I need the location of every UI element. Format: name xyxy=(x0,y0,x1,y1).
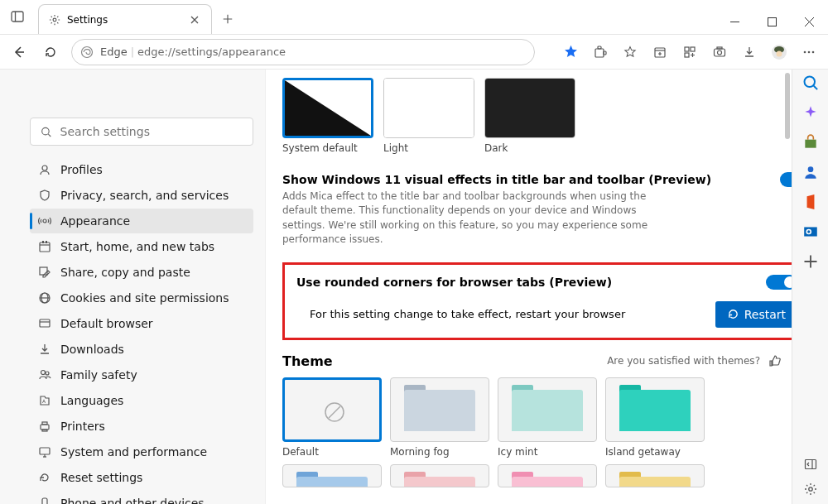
favorites-button[interactable] xyxy=(616,38,644,66)
scrollbar-thumb[interactable] xyxy=(785,73,790,139)
svg-rect-41 xyxy=(41,425,49,430)
svg-rect-15 xyxy=(715,49,725,56)
apps-button[interactable] xyxy=(676,38,704,66)
sidebar-item-share-copy-and-paste[interactable]: Share, copy and paste xyxy=(30,260,253,285)
svg-rect-17 xyxy=(717,47,722,49)
nav-icon xyxy=(38,497,51,504)
sidebar-item-downloads[interactable]: Downloads xyxy=(30,337,253,362)
theme-card[interactable] xyxy=(390,464,489,487)
svg-point-6 xyxy=(82,46,93,57)
search-settings[interactable] xyxy=(30,118,253,146)
svg-rect-43 xyxy=(42,430,47,431)
svg-rect-32 xyxy=(40,267,47,275)
svg-rect-47 xyxy=(42,498,47,504)
sidebar-item-start-home-and-new-tabs[interactable]: Start, home, and new tabs xyxy=(30,234,253,259)
sidebar-item-system-and-performance[interactable]: System and performance xyxy=(30,439,253,464)
color-theme-dark[interactable]: Dark xyxy=(484,78,575,154)
nav-icon xyxy=(38,240,51,253)
shopping-icon[interactable] xyxy=(802,134,819,151)
theme-section-title: Theme xyxy=(282,353,333,369)
new-tab-button[interactable] xyxy=(215,4,240,34)
nav-icon xyxy=(38,420,51,433)
extensions-button[interactable] xyxy=(586,38,614,66)
sidebar-item-family-safety[interactable]: Family safety xyxy=(30,362,253,387)
nav-list: ProfilesPrivacy, search, and servicesApp… xyxy=(30,157,253,504)
theme-morning-fog[interactable]: Morning fog xyxy=(390,377,489,458)
nav-icon xyxy=(38,266,51,279)
nav-label: Languages xyxy=(60,394,123,407)
search-input[interactable] xyxy=(60,125,243,138)
theme-card[interactable] xyxy=(605,464,705,487)
sidebar-item-printers[interactable]: Printers xyxy=(30,414,253,439)
svg-rect-13 xyxy=(691,47,695,51)
svg-point-22 xyxy=(808,50,811,53)
theme-card[interactable] xyxy=(498,464,597,487)
sidebar-item-appearance[interactable]: Appearance xyxy=(30,209,253,233)
maximize-button[interactable] xyxy=(753,9,791,34)
browser-tab[interactable]: Settings xyxy=(38,4,212,34)
sidebar-item-languages[interactable]: ALanguages xyxy=(30,388,253,413)
bing-search-icon[interactable] xyxy=(802,74,819,91)
minimize-button[interactable] xyxy=(716,9,753,34)
svg-rect-36 xyxy=(40,319,50,327)
window-controls xyxy=(716,9,828,34)
close-icon[interactable] xyxy=(188,13,201,26)
sidebar-item-profiles[interactable]: Profiles xyxy=(30,157,253,182)
rail-settings-icon[interactable] xyxy=(804,482,817,496)
nav-label: Start, home, and new tabs xyxy=(60,240,214,253)
nav-label: Profiles xyxy=(60,163,103,176)
svg-point-55 xyxy=(804,77,815,88)
svg-point-21 xyxy=(804,50,806,53)
nav-icon xyxy=(38,189,51,202)
svg-line-25 xyxy=(48,134,51,137)
theme-card[interactable] xyxy=(282,464,382,487)
nav-label: Cookies and site permissions xyxy=(60,291,229,305)
profile-button[interactable] xyxy=(765,38,793,66)
refresh-button[interactable] xyxy=(36,38,65,66)
restart-icon xyxy=(727,308,739,320)
theme-icy-mint[interactable]: Icy mint xyxy=(498,377,597,458)
sidebar-item-cookies-and-site-permissions[interactable]: Cookies and site permissions xyxy=(30,286,253,310)
theme-default[interactable]: Default xyxy=(282,377,382,458)
nav-label: Appearance xyxy=(60,214,130,228)
search-icon xyxy=(41,126,52,138)
sidebar-item-phone-and-other-devices[interactable]: Phone and other devices xyxy=(30,491,253,504)
copilot-icon[interactable] xyxy=(802,104,819,121)
color-theme-light[interactable]: Light xyxy=(383,78,474,154)
screenshot-button[interactable] xyxy=(705,38,734,66)
color-theme-label: Dark xyxy=(484,142,575,154)
close-window-button[interactable] xyxy=(791,9,828,34)
sidebar-toggle-icon[interactable] xyxy=(804,458,817,471)
page-title: g xyxy=(43,79,253,109)
feedback-text: Are you satisfied with themes? xyxy=(607,355,760,367)
nav-icon: A xyxy=(38,394,51,407)
sidebar-item-default-browser[interactable]: Default browser xyxy=(30,311,253,336)
svg-rect-7 xyxy=(595,49,604,57)
color-theme-system-default[interactable]: System default xyxy=(282,78,373,154)
svg-rect-12 xyxy=(685,47,689,51)
rounded-tabs-title: Use rounded corners for browser tabs (Pr… xyxy=(296,276,612,289)
svg-rect-28 xyxy=(40,242,50,252)
plus-icon[interactable] xyxy=(802,253,819,270)
thumbs-up-icon[interactable] xyxy=(768,354,782,367)
office-icon[interactable] xyxy=(802,194,819,210)
more-button[interactable] xyxy=(795,38,823,66)
favorite-button[interactable] xyxy=(556,38,585,66)
nav-label: Downloads xyxy=(60,343,124,356)
downloads-button[interactable] xyxy=(735,38,763,66)
svg-rect-8 xyxy=(598,46,601,49)
people-icon[interactable] xyxy=(802,164,819,180)
outlook-icon[interactable] xyxy=(802,223,819,240)
svg-point-58 xyxy=(807,166,813,172)
sidebar-item-privacy-search-and-services[interactable]: Privacy, search, and services xyxy=(30,183,253,208)
theme-island-getaway[interactable]: Island getaway xyxy=(605,377,705,458)
address-bar[interactable]: Edge | edge://settings/appearance xyxy=(71,39,535,65)
sidebar-item-reset-settings[interactable]: Reset settings xyxy=(30,465,253,490)
back-button[interactable] xyxy=(5,38,33,66)
tab-actions-button[interactable] xyxy=(0,0,35,34)
restart-button[interactable]: Restart xyxy=(715,301,797,328)
theme-label: Island getaway xyxy=(605,446,705,458)
titlebar: Settings xyxy=(0,0,828,35)
rounded-tabs-section: Use rounded corners for browser tabs (Pr… xyxy=(282,262,811,340)
collections-button[interactable] xyxy=(646,38,674,66)
